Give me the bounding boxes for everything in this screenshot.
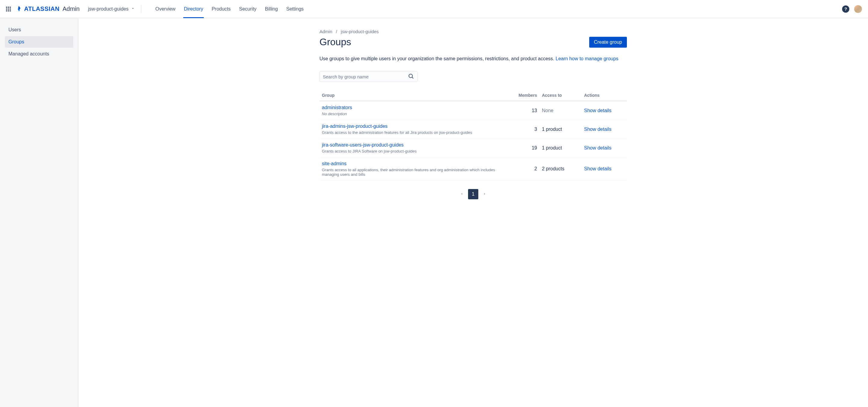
nav-billing[interactable]: Billing xyxy=(261,0,282,18)
th-access: Access to xyxy=(539,90,582,101)
table-row: site-adminsGrants access to all applicat… xyxy=(319,157,627,181)
nav-security[interactable]: Security xyxy=(235,0,261,18)
table-row: jira-admins-jsw-product-guidesGrants acc… xyxy=(319,120,627,139)
group-name-link[interactable]: administrators xyxy=(322,105,504,111)
group-description: Grants access to JIRA Software on jsw-pr… xyxy=(322,149,504,153)
description-text: Use groups to give multiple users in you… xyxy=(319,56,555,61)
top-right-actions: ? xyxy=(842,5,862,13)
breadcrumb-site[interactable]: jsw-product-guides xyxy=(341,29,379,34)
site-name: jsw-product-guides xyxy=(88,6,128,12)
group-description: Grants access to all applications, their… xyxy=(322,168,504,177)
sidebar-item-users[interactable]: Users xyxy=(5,24,73,36)
page-next[interactable] xyxy=(481,189,489,199)
show-details-link[interactable]: Show details xyxy=(584,127,612,132)
page-title: Groups xyxy=(319,36,351,48)
access-to: 1 product xyxy=(539,120,582,139)
sidebar: Users Groups Managed accounts xyxy=(0,18,79,407)
breadcrumb-separator: / xyxy=(336,29,337,34)
breadcrumb-admin[interactable]: Admin xyxy=(319,29,333,34)
members-count: 19 xyxy=(506,139,539,157)
top-navigation: ATLASSIAN Admin jsw-product-guides Overv… xyxy=(0,0,868,18)
nav-settings[interactable]: Settings xyxy=(282,0,308,18)
table-row: administratorsNo description13NoneShow d… xyxy=(319,101,627,120)
group-name-link[interactable]: site-admins xyxy=(322,161,504,166)
show-details-link[interactable]: Show details xyxy=(584,145,612,151)
access-to: 1 product xyxy=(539,139,582,157)
nav-products[interactable]: Products xyxy=(207,0,235,18)
groups-table: Group Members Access to Actions administ… xyxy=(319,90,627,181)
show-details-link[interactable]: Show details xyxy=(584,108,612,113)
group-name-link[interactable]: jira-software-users-jsw-product-guides xyxy=(322,142,504,148)
breadcrumb: Admin / jsw-product-guides xyxy=(319,29,627,34)
group-description: Grants access to the administration feat… xyxy=(322,130,504,135)
group-name-link[interactable]: jira-admins-jsw-product-guides xyxy=(322,124,504,129)
nav-overview[interactable]: Overview xyxy=(151,0,180,18)
th-members: Members xyxy=(506,90,539,101)
th-group: Group xyxy=(319,90,506,101)
create-group-button[interactable]: Create group xyxy=(589,37,627,48)
help-icon[interactable]: ? xyxy=(842,5,849,13)
search-icon[interactable] xyxy=(408,73,414,81)
chevron-down-icon xyxy=(131,6,135,12)
avatar[interactable] xyxy=(854,5,862,13)
page-description: Use groups to give multiple users in you… xyxy=(319,56,627,62)
logo[interactable]: ATLASSIAN Admin xyxy=(16,5,80,12)
members-count: 13 xyxy=(506,101,539,120)
members-count: 2 xyxy=(506,157,539,181)
group-description: No description xyxy=(322,112,504,116)
sidebar-item-managed-accounts[interactable]: Managed accounts xyxy=(5,48,73,60)
show-details-link[interactable]: Show details xyxy=(584,166,612,171)
svg-line-1 xyxy=(412,77,413,79)
nav-links: Overview Directory Products Security Bil… xyxy=(151,0,308,18)
atlassian-logo-icon xyxy=(16,6,22,12)
access-to: 2 products xyxy=(539,157,582,181)
page-prev[interactable] xyxy=(458,189,466,199)
app-switcher-icon[interactable] xyxy=(6,7,11,11)
page-current[interactable]: 1 xyxy=(468,189,478,199)
search-input[interactable] xyxy=(323,74,408,79)
sidebar-item-groups[interactable]: Groups xyxy=(5,36,73,48)
access-to: None xyxy=(539,101,582,120)
logo-suffix: Admin xyxy=(62,5,80,12)
nav-directory[interactable]: Directory xyxy=(180,0,207,18)
table-row: jira-software-users-jsw-product-guidesGr… xyxy=(319,139,627,157)
search-box[interactable] xyxy=(319,71,418,82)
members-count: 3 xyxy=(506,120,539,139)
logo-text: ATLASSIAN xyxy=(24,5,59,12)
svg-point-0 xyxy=(409,74,412,77)
site-switcher[interactable]: jsw-product-guides xyxy=(88,6,135,12)
pagination: 1 xyxy=(319,189,627,199)
th-actions: Actions xyxy=(582,90,627,101)
main-content: Admin / jsw-product-guides Groups Create… xyxy=(301,18,645,407)
learn-more-link[interactable]: Learn how to manage groups xyxy=(555,56,618,61)
